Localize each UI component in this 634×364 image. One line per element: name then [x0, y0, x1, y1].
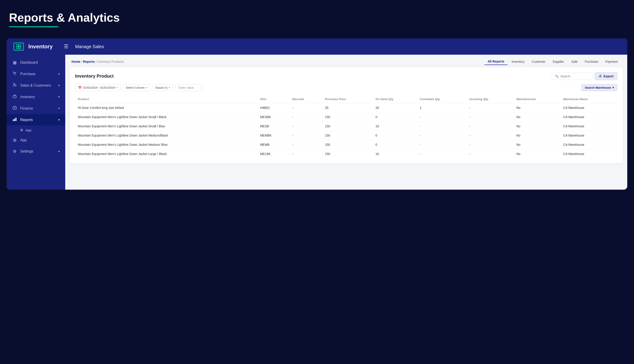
svg-rect-3 [19, 47, 21, 49]
sidebar-label-inventory: Inventory [20, 95, 55, 99]
sidebar-label-sales: Sales & Customers [20, 84, 55, 88]
column-filter-label: Select Column [126, 86, 145, 89]
header-actions: 🔍 Export [552, 72, 617, 80]
breadcrumb-reports[interactable]: Reports [83, 60, 95, 64]
sidebar-item-sales-customers[interactable]: Sales & Customers ▾ [7, 80, 65, 91]
cell-incoming: - [466, 112, 514, 122]
hamburger-icon[interactable]: ☰ [64, 44, 68, 50]
cell-manufactured: No [514, 140, 560, 150]
cell-committed: 1 [417, 103, 466, 112]
cell-on-hand: 0 [373, 131, 417, 140]
sidebar-item-purchase[interactable]: Purchase ▾ [7, 68, 65, 80]
content-area: Home / Reports / Inventory Products All … [65, 55, 627, 190]
svg-point-5 [16, 74, 16, 75]
calendar-icon: 📅 [78, 86, 82, 89]
svg-rect-0 [16, 44, 18, 46]
page-header: Reports & Analytics [7, 7, 627, 34]
date-range-filter[interactable]: 📅 01/02/2024 - 01/02/2024 ▾ [75, 84, 120, 91]
table-header-row: Product SKU Barcode Purchase Price On Ha… [75, 95, 617, 103]
cell-sku: MEMB [258, 140, 290, 150]
search-box[interactable]: 🔍 [552, 73, 592, 80]
cell-warehouse: CA Warehouse [560, 150, 617, 158]
col-incoming-qty: Incoming Qty. [466, 95, 514, 103]
cell-manufactured: No [514, 112, 560, 122]
table-row: Mountain Equipment Men's Lightline Down … [75, 122, 617, 131]
cell-sku: MEMBK [258, 131, 290, 140]
topbar-brand: Inventory [28, 44, 53, 50]
sidebar-label-settings: Settings [20, 150, 55, 154]
sidebar-reports-sub: ⊞ App [7, 126, 65, 134]
table-row: Mountain Equipment Men's Lightline Down … [75, 112, 617, 122]
table-row: Mountain Equipment Men's Lightline Down … [75, 140, 617, 150]
sidebar-item-finance[interactable]: Finance ▾ [7, 102, 65, 114]
svg-rect-11 [13, 120, 14, 121]
cell-product: Mountain Equipment Men's Lightline Down … [75, 112, 258, 122]
equal-filter[interactable]: Equal (=) ▾ [152, 84, 173, 91]
value-filter[interactable]: Enter Value [175, 84, 202, 91]
table-row: Hi-Gear Comfort king size Airbed HIBED -… [75, 103, 617, 112]
chevron-down-icon: ▾ [58, 95, 60, 98]
tab-all-reports[interactable]: All Reports [484, 58, 508, 65]
sidebar-item-dashboard[interactable]: ▦ Dashboard [7, 57, 65, 68]
cell-warehouse: CA Warehouse [560, 112, 617, 122]
cell-on-hand: 20 [373, 103, 417, 112]
cell-committed: - [417, 150, 466, 158]
chevron-down-icon: ▾ [58, 72, 60, 76]
table-row: Mountain Equipment Men's Lightline Down … [75, 150, 617, 158]
cell-sku: MESBK [258, 112, 290, 122]
cell-product: Mountain Equipment Men's Lightline Down … [75, 140, 258, 150]
topbar: Inventory ☰ Manage Sales [7, 38, 627, 55]
cell-product: Mountain Equipment Men's Lightline Down … [75, 131, 258, 140]
cell-warehouse: CA Warehouse [560, 140, 617, 150]
tab-inventory[interactable]: Inventory [508, 58, 528, 65]
export-button[interactable]: Export [595, 72, 617, 80]
svg-point-10 [14, 108, 15, 109]
dashboard-icon: ▦ [12, 60, 17, 65]
search-input[interactable] [560, 74, 590, 78]
cell-incoming: - [466, 140, 514, 150]
cell-incoming: - [466, 122, 514, 131]
sales-icon [12, 83, 17, 88]
cell-committed: - [417, 140, 466, 150]
tab-payment[interactable]: Payment [602, 58, 621, 65]
svg-rect-1 [19, 44, 21, 46]
sidebar: ▦ Dashboard Purchase ▾ Sales & Customers… [7, 55, 65, 190]
sidebar-item-app[interactable]: ⊞ App [7, 134, 65, 146]
tab-purchase[interactable]: Purchase [582, 58, 602, 65]
col-sku: SKU [258, 95, 290, 103]
column-filter[interactable]: Select Column ▾ [123, 84, 150, 91]
cell-warehouse: CA Warehouse [560, 131, 617, 140]
cell-incoming: - [466, 103, 514, 112]
sidebar-sub-app[interactable]: ⊞ App [20, 126, 65, 134]
cell-on-hand: 10 [373, 150, 417, 158]
breadcrumb: Home / Reports / Inventory Products [72, 60, 124, 64]
export-label: Export [604, 74, 614, 78]
sidebar-label-finance: Finance [20, 106, 55, 110]
tab-supplier[interactable]: Supplier [550, 58, 567, 65]
col-manufactured: Manufactured [514, 95, 560, 103]
cell-committed: - [417, 112, 466, 122]
sidebar-label-purchase: Purchase [20, 72, 55, 76]
sidebar-item-reports[interactable]: Reports ▾ [7, 114, 65, 126]
cell-product: Mountain Equipment Men's Lightline Down … [75, 150, 258, 158]
cell-barcode: - [290, 103, 322, 112]
chevron-down-icon: ▾ [58, 84, 60, 87]
sidebar-item-inventory[interactable]: Inventory ▾ [7, 91, 65, 102]
table-row: Mountain Equipment Men's Lightline Down … [75, 131, 617, 140]
cell-incoming: - [466, 150, 514, 158]
cell-purchase-price: 150 [322, 140, 373, 150]
sidebar-item-settings[interactable]: ⚙ Settings ▾ [7, 146, 65, 157]
cell-sku: HIBED [258, 103, 290, 112]
tab-customer[interactable]: Customer [529, 58, 549, 65]
svg-point-4 [14, 74, 14, 75]
purchase-icon [12, 71, 17, 76]
cell-purchase-price: 25 [322, 103, 373, 112]
cell-manufactured: No [514, 131, 560, 140]
filter-row: 📅 01/02/2024 - 01/02/2024 ▾ Select Colum… [75, 84, 617, 91]
cell-sku: MESB [258, 122, 290, 131]
app-sub-icon: ⊞ [20, 128, 23, 132]
warehouse-filter[interactable]: Search Warehouse ▾ [581, 84, 617, 91]
breadcrumb-home[interactable]: Home [72, 60, 80, 64]
search-icon: 🔍 [555, 74, 559, 78]
tab-sale[interactable]: Sale [568, 58, 581, 65]
